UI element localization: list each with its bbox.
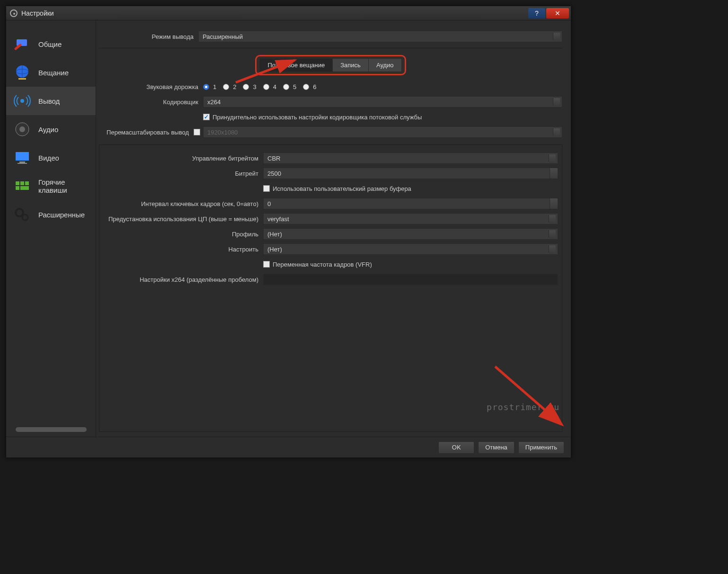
encoder-row: Кодировщик x264 xyxy=(99,95,562,108)
profile-select[interactable]: (Нет) xyxy=(263,228,558,240)
audio-track-3[interactable]: 3 xyxy=(243,83,256,90)
sidebar-item-video[interactable]: Видео xyxy=(6,144,96,172)
sidebar-item-label: Вещание xyxy=(38,69,69,77)
sidebar-item-label: Вывод xyxy=(38,97,60,105)
svg-rect-0 xyxy=(17,39,27,46)
help-button[interactable]: ? xyxy=(528,8,545,18)
audio-track-radios: 1 2 3 4 5 6 xyxy=(203,83,316,90)
enforce-service-checkbox[interactable] xyxy=(203,114,210,120)
x264opts-input[interactable] xyxy=(263,274,558,285)
output-mode-label: Режим вывода xyxy=(99,33,198,40)
audio-track-label: Звуковая дорожка xyxy=(99,83,203,90)
vfr-checkbox[interactable] xyxy=(263,261,270,268)
svg-rect-8 xyxy=(19,161,25,163)
sidebar-item-label: Расширенные xyxy=(38,211,85,219)
window-title: Настройки xyxy=(21,9,528,17)
audio-track-row: Звуковая дорожка 1 2 3 4 5 6 xyxy=(99,80,562,93)
cancel-button[interactable]: Отмена xyxy=(478,441,515,454)
sidebar-item-label: Общие xyxy=(38,40,62,48)
sidebar-item-advanced[interactable]: Расширенные xyxy=(6,200,96,229)
tabs-highlight: Потоковое вещание Запись Аудио xyxy=(255,55,406,75)
svg-rect-3 xyxy=(18,78,26,80)
content-area: Режим вывода Расширенный Потоковое вещан… xyxy=(96,20,571,437)
sidebar-item-hotkeys[interactable]: Горячие клавиши xyxy=(6,172,96,200)
sidebar-item-label: Горячие клавиши xyxy=(38,178,96,194)
audio-track-2[interactable]: 2 xyxy=(223,83,236,90)
rescale-checkbox[interactable] xyxy=(194,129,200,135)
sidebar: Общие Вещание Вывод Аудио xyxy=(6,20,96,437)
cpu-preset-select[interactable]: veryfast xyxy=(263,213,558,224)
monitor-icon xyxy=(13,148,32,167)
cpu-preset-label: Предустановка использования ЦП (выше = м… xyxy=(99,215,263,223)
custom-buffer-label: Использовать пользовательский размер буф… xyxy=(273,185,411,192)
svg-rect-10 xyxy=(16,181,19,185)
speaker-icon xyxy=(13,120,32,139)
sidebar-item-output[interactable]: Вывод xyxy=(6,87,96,115)
audio-track-5[interactable]: 5 xyxy=(283,83,296,90)
wrench-icon xyxy=(13,35,32,54)
encoder-select[interactable]: x264 xyxy=(203,96,562,108)
svg-rect-12 xyxy=(25,181,29,185)
rate-control-select[interactable]: CBR xyxy=(263,152,558,164)
ok-button[interactable]: OK xyxy=(438,441,474,454)
tune-label: Настроить xyxy=(99,246,263,253)
x264opts-label: Настройки x264 (разделённые пробелом) xyxy=(99,276,263,283)
svg-rect-11 xyxy=(20,181,24,185)
bitrate-label: Битрейт xyxy=(99,170,263,177)
svg-point-6 xyxy=(19,126,25,132)
output-mode-row: Режим вывода Расширенный xyxy=(99,30,562,43)
enforce-service-row: Принудительно использовать настройки код… xyxy=(99,110,562,124)
output-mode-select[interactable]: Расширенный xyxy=(198,31,562,42)
gears-icon xyxy=(13,205,32,224)
sidebar-scrollbar[interactable] xyxy=(16,427,87,432)
dialog-footer: OK Отмена Применить xyxy=(6,437,571,457)
svg-point-15 xyxy=(16,209,23,216)
sidebar-item-stream[interactable]: Вещание xyxy=(6,58,96,87)
apply-button[interactable]: Применить xyxy=(518,441,564,454)
rescale-label: Перемасштабировать вывод xyxy=(99,129,194,136)
profile-label: Профиль xyxy=(99,231,263,238)
svg-rect-14 xyxy=(20,186,29,190)
vfr-label: Переменная частота кадров (VFR) xyxy=(273,261,372,268)
enforce-service-label: Принудительно использовать настройки код… xyxy=(213,114,422,121)
sidebar-item-audio[interactable]: Аудио xyxy=(6,115,96,144)
broadcast-icon xyxy=(13,91,32,110)
sidebar-item-label: Видео xyxy=(38,154,59,162)
rate-control-label: Управление битрейтом xyxy=(99,155,263,162)
encoder-settings-panel: Управление битрейтом CBR Битрейт 2500 Ис… xyxy=(99,144,562,432)
watermark: prostrimer.ru xyxy=(487,402,559,412)
encoder-label: Кодировщик xyxy=(99,99,203,106)
bitrate-input[interactable]: 2500 xyxy=(263,168,558,179)
svg-rect-9 xyxy=(18,163,27,164)
settings-window: Настройки ? ✕ Общие Вещание xyxy=(6,6,571,458)
audio-track-1[interactable]: 1 xyxy=(203,83,216,90)
keyframe-input[interactable]: 0 xyxy=(263,198,558,209)
titlebar[interactable]: Настройки ? ✕ xyxy=(6,6,571,20)
sidebar-item-general[interactable]: Общие xyxy=(6,30,96,58)
tab-recording[interactable]: Запись xyxy=(333,58,369,72)
sidebar-item-label: Аудио xyxy=(38,126,58,134)
svg-rect-13 xyxy=(16,186,19,190)
rescale-select[interactable]: 1920x1080 xyxy=(203,126,562,138)
audio-track-6[interactable]: 6 xyxy=(303,83,316,90)
tune-select[interactable]: (Нет) xyxy=(263,243,558,255)
globe-icon xyxy=(13,63,32,82)
rescale-row: Перемасштабировать вывод 1920x1080 xyxy=(99,126,562,139)
tab-audio[interactable]: Аудио xyxy=(369,58,402,72)
close-button[interactable]: ✕ xyxy=(546,8,569,18)
custom-buffer-checkbox[interactable] xyxy=(263,185,270,192)
audio-track-4[interactable]: 4 xyxy=(263,83,276,90)
app-icon xyxy=(10,9,18,17)
tab-streaming[interactable]: Потоковое вещание xyxy=(259,58,333,72)
svg-point-4 xyxy=(20,99,24,103)
svg-point-16 xyxy=(22,215,28,220)
svg-rect-7 xyxy=(16,152,29,161)
keyboard-icon xyxy=(13,177,32,196)
keyframe-label: Интервал ключевых кадров (сек, 0=авто) xyxy=(99,200,263,207)
